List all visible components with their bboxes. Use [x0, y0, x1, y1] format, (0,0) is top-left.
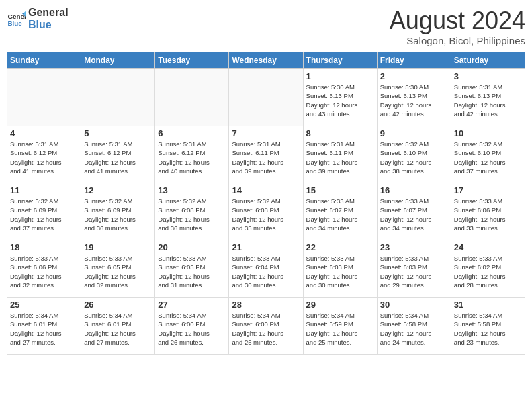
- calendar-cell: [155, 69, 229, 126]
- day-number: 19: [84, 242, 152, 253]
- day-info: Sunrise: 5:34 AM Sunset: 5:58 PM Dayligh…: [380, 311, 448, 347]
- day-info: Sunrise: 5:34 AM Sunset: 5:58 PM Dayligh…: [454, 311, 522, 347]
- day-number: 10: [454, 128, 522, 138]
- calendar-cell: 2Sunrise: 5:30 AM Sunset: 6:13 PM Daylig…: [377, 69, 451, 126]
- day-info: Sunrise: 5:34 AM Sunset: 6:01 PM Dayligh…: [10, 311, 78, 347]
- calendar-cell: 17Sunrise: 5:33 AM Sunset: 6:06 PM Dayli…: [451, 183, 525, 240]
- calendar-subtitle: Salogon, Bicol, Philippines: [390, 35, 525, 46]
- day-number: 31: [454, 300, 522, 310]
- calendar-cell: 19Sunrise: 5:33 AM Sunset: 6:05 PM Dayli…: [81, 240, 155, 298]
- calendar-cell: 10Sunrise: 5:32 AM Sunset: 6:10 PM Dayli…: [451, 126, 525, 183]
- calendar-cell: 12Sunrise: 5:32 AM Sunset: 6:09 PM Dayli…: [81, 183, 155, 240]
- week-row-5: 25Sunrise: 5:34 AM Sunset: 6:01 PM Dayli…: [7, 298, 525, 355]
- calendar-cell: 29Sunrise: 5:34 AM Sunset: 5:59 PM Dayli…: [303, 298, 377, 355]
- calendar-cell: 4Sunrise: 5:31 AM Sunset: 6:12 PM Daylig…: [7, 126, 81, 183]
- day-info: Sunrise: 5:32 AM Sunset: 6:10 PM Dayligh…: [380, 140, 448, 175]
- day-info: Sunrise: 5:34 AM Sunset: 6:00 PM Dayligh…: [158, 311, 226, 347]
- page-header: General Blue General Blue August 2024 Sa…: [7, 7, 525, 46]
- day-info: Sunrise: 5:30 AM Sunset: 6:13 PM Dayligh…: [306, 83, 374, 118]
- calendar-header: SundayMondayTuesdayWednesdayThursdayFrid…: [7, 52, 525, 69]
- day-number: 20: [158, 242, 226, 253]
- calendar-cell: 23Sunrise: 5:33 AM Sunset: 6:03 PM Dayli…: [377, 240, 451, 298]
- day-number: 26: [84, 300, 152, 310]
- day-number: 8: [306, 128, 374, 138]
- day-header-sunday: Sunday: [7, 52, 81, 69]
- day-number: 16: [380, 185, 448, 195]
- day-number: 6: [158, 128, 226, 138]
- calendar-cell: 18Sunrise: 5:33 AM Sunset: 6:06 PM Dayli…: [7, 240, 81, 298]
- week-row-2: 4Sunrise: 5:31 AM Sunset: 6:12 PM Daylig…: [7, 126, 525, 183]
- day-info: Sunrise: 5:30 AM Sunset: 6:13 PM Dayligh…: [380, 83, 448, 118]
- day-info: Sunrise: 5:32 AM Sunset: 6:08 PM Dayligh…: [232, 197, 300, 232]
- day-number: 24: [454, 242, 522, 253]
- day-header-monday: Monday: [81, 52, 155, 69]
- day-info: Sunrise: 5:32 AM Sunset: 6:08 PM Dayligh…: [158, 197, 226, 232]
- calendar-cell: 21Sunrise: 5:33 AM Sunset: 6:04 PM Dayli…: [229, 240, 303, 298]
- week-row-4: 18Sunrise: 5:33 AM Sunset: 6:06 PM Dayli…: [7, 240, 525, 298]
- week-row-1: 1Sunrise: 5:30 AM Sunset: 6:13 PM Daylig…: [7, 69, 525, 126]
- calendar-cell: 30Sunrise: 5:34 AM Sunset: 5:58 PM Dayli…: [377, 298, 451, 355]
- svg-text:Blue: Blue: [7, 19, 22, 26]
- week-row-3: 11Sunrise: 5:32 AM Sunset: 6:09 PM Dayli…: [7, 183, 525, 240]
- day-info: Sunrise: 5:31 AM Sunset: 6:12 PM Dayligh…: [158, 140, 226, 175]
- calendar-cell: 11Sunrise: 5:32 AM Sunset: 6:09 PM Dayli…: [7, 183, 81, 240]
- calendar-cell: 22Sunrise: 5:33 AM Sunset: 6:03 PM Dayli…: [303, 240, 377, 298]
- day-number: 7: [232, 128, 300, 138]
- day-header-wednesday: Wednesday: [229, 52, 303, 69]
- day-number: 13: [158, 185, 226, 195]
- calendar-cell: 7Sunrise: 5:31 AM Sunset: 6:11 PM Daylig…: [229, 126, 303, 183]
- calendar-cell: 6Sunrise: 5:31 AM Sunset: 6:12 PM Daylig…: [155, 126, 229, 183]
- day-info: Sunrise: 5:31 AM Sunset: 6:11 PM Dayligh…: [232, 140, 300, 175]
- day-number: 15: [306, 185, 374, 195]
- day-number: 22: [306, 242, 374, 253]
- calendar-cell: [229, 69, 303, 126]
- days-of-week-row: SundayMondayTuesdayWednesdayThursdayFrid…: [7, 52, 525, 69]
- calendar-cell: 16Sunrise: 5:33 AM Sunset: 6:07 PM Dayli…: [377, 183, 451, 240]
- calendar-cell: 28Sunrise: 5:34 AM Sunset: 6:00 PM Dayli…: [229, 298, 303, 355]
- calendar-table: SundayMondayTuesdayWednesdayThursdayFrid…: [7, 52, 525, 355]
- day-info: Sunrise: 5:32 AM Sunset: 6:10 PM Dayligh…: [454, 140, 522, 175]
- day-info: Sunrise: 5:33 AM Sunset: 6:03 PM Dayligh…: [306, 254, 374, 289]
- day-number: 30: [380, 300, 448, 310]
- day-header-saturday: Saturday: [451, 52, 525, 69]
- calendar-cell: 25Sunrise: 5:34 AM Sunset: 6:01 PM Dayli…: [7, 298, 81, 355]
- day-number: 5: [84, 128, 152, 138]
- day-number: 12: [84, 185, 152, 195]
- day-number: 9: [380, 128, 448, 138]
- day-number: 18: [10, 242, 78, 253]
- calendar-cell: 24Sunrise: 5:33 AM Sunset: 6:02 PM Dayli…: [451, 240, 525, 298]
- day-number: 4: [10, 128, 78, 138]
- calendar-cell: 1Sunrise: 5:30 AM Sunset: 6:13 PM Daylig…: [303, 69, 377, 126]
- day-info: Sunrise: 5:33 AM Sunset: 6:05 PM Dayligh…: [158, 254, 226, 289]
- day-info: Sunrise: 5:32 AM Sunset: 6:09 PM Dayligh…: [84, 197, 152, 232]
- calendar-cell: 26Sunrise: 5:34 AM Sunset: 6:01 PM Dayli…: [81, 298, 155, 355]
- calendar-cell: 3Sunrise: 5:31 AM Sunset: 6:13 PM Daylig…: [451, 69, 525, 126]
- day-info: Sunrise: 5:33 AM Sunset: 6:03 PM Dayligh…: [380, 254, 448, 289]
- generalblue-logo-icon: General Blue: [7, 9, 26, 28]
- day-info: Sunrise: 5:31 AM Sunset: 6:12 PM Dayligh…: [10, 140, 78, 175]
- day-info: Sunrise: 5:33 AM Sunset: 6:05 PM Dayligh…: [84, 254, 152, 289]
- calendar-cell: 15Sunrise: 5:33 AM Sunset: 6:07 PM Dayli…: [303, 183, 377, 240]
- day-number: 29: [306, 300, 374, 310]
- day-info: Sunrise: 5:31 AM Sunset: 6:12 PM Dayligh…: [84, 140, 152, 175]
- calendar-cell: 31Sunrise: 5:34 AM Sunset: 5:58 PM Dayli…: [451, 298, 525, 355]
- day-number: 23: [380, 242, 448, 253]
- day-number: 11: [10, 185, 78, 195]
- day-info: Sunrise: 5:31 AM Sunset: 6:13 PM Dayligh…: [454, 83, 522, 118]
- day-info: Sunrise: 5:33 AM Sunset: 6:04 PM Dayligh…: [232, 254, 300, 289]
- day-number: 25: [10, 300, 78, 310]
- day-number: 1: [306, 71, 374, 81]
- day-info: Sunrise: 5:34 AM Sunset: 5:59 PM Dayligh…: [306, 311, 374, 347]
- calendar-title: August 2024: [390, 7, 525, 35]
- day-number: 17: [454, 185, 522, 195]
- day-info: Sunrise: 5:34 AM Sunset: 6:00 PM Dayligh…: [232, 311, 300, 347]
- calendar-cell: 5Sunrise: 5:31 AM Sunset: 6:12 PM Daylig…: [81, 126, 155, 183]
- day-number: 28: [232, 300, 300, 310]
- logo-blue-text: Blue: [28, 19, 69, 31]
- day-info: Sunrise: 5:32 AM Sunset: 6:09 PM Dayligh…: [10, 197, 78, 232]
- day-number: 21: [232, 242, 300, 253]
- calendar-cell: 27Sunrise: 5:34 AM Sunset: 6:00 PM Dayli…: [155, 298, 229, 355]
- day-info: Sunrise: 5:33 AM Sunset: 6:07 PM Dayligh…: [380, 197, 448, 232]
- day-header-thursday: Thursday: [303, 52, 377, 69]
- day-info: Sunrise: 5:33 AM Sunset: 6:06 PM Dayligh…: [454, 197, 522, 232]
